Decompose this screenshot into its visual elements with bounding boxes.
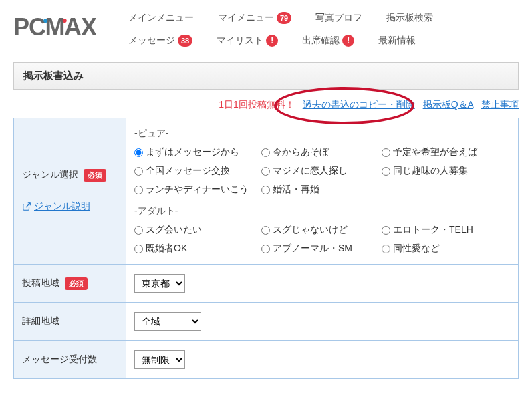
nav-label: 最新情報 (378, 35, 416, 47)
badge-count: 79 (277, 12, 291, 24)
region-select[interactable]: 東京都 (134, 274, 185, 293)
radio-adult-1[interactable]: スグじゃないけど (261, 224, 382, 236)
radio-input[interactable] (382, 245, 390, 253)
copy-delete-link[interactable]: 過去の書込のコピー・削除 (303, 99, 415, 110)
page-title: 掲示板書込み (13, 62, 519, 90)
genre-label: ジャンル選択 (22, 169, 78, 180)
radio-input[interactable] (261, 245, 270, 253)
badge-alert: ! (342, 35, 354, 47)
genre-options-cell: -ピュア- まずはメッセージから 今からあそぼ 予定や希望が合えば 全国メッセー… (126, 118, 519, 265)
radio-input[interactable] (382, 226, 390, 235)
board-qa-link[interactable]: 掲示板Q＆A (423, 99, 473, 110)
msg-count-select[interactable]: 無制限 (134, 350, 185, 369)
radio-pure-5[interactable]: 同じ趣味の人募集 (382, 165, 509, 177)
radio-input[interactable] (382, 167, 390, 176)
pure-header: -ピュア- (134, 128, 510, 140)
nav-attendance[interactable]: 出席確認! (290, 29, 366, 52)
radio-input[interactable] (261, 226, 270, 235)
radio-label: ランチやディナーいこう (146, 184, 249, 196)
radio-label: 今からあそぼ (273, 146, 329, 158)
logo: PC●M●AX (13, 7, 96, 41)
detail-region-select[interactable]: 全域 (134, 312, 201, 331)
svg-line-0 (26, 203, 30, 207)
radio-adult-4[interactable]: アブノーマル・SM (261, 243, 382, 255)
radio-pure-3[interactable]: 全国メッセージ交換 (134, 165, 261, 177)
radio-pure-4[interactable]: マジメに恋人探し (261, 165, 382, 177)
radio-label: 同性愛など (393, 243, 440, 255)
msg-count-label-cell: メッセージ受付数 (14, 341, 126, 379)
detail-region-label-cell: 詳細地域 (14, 303, 126, 341)
radio-input[interactable] (261, 167, 270, 176)
region-label: 投稿地域 (22, 277, 59, 288)
radio-input[interactable] (261, 186, 270, 194)
radio-pure-0[interactable]: まずはメッセージから (134, 146, 261, 158)
radio-label: 同じ趣味の人募集 (393, 165, 468, 177)
nav-label: 写真プロフ (315, 12, 362, 24)
external-link-icon (22, 202, 31, 211)
explain-text: ジャンル説明 (34, 200, 90, 213)
radio-pure-1[interactable]: 今からあそぼ (261, 146, 382, 158)
nav-board-search[interactable]: 掲示板検索 (374, 7, 445, 29)
radio-label: エロトーク・TELH (393, 224, 473, 236)
nav-main-menu[interactable]: メインメニュー (116, 7, 206, 29)
radio-label: スグじゃないけど (273, 224, 348, 236)
detail-region-label: 詳細地域 (22, 315, 59, 326)
msg-count-label: メッセージ受付数 (22, 354, 97, 364)
radio-adult-3[interactable]: 既婚者OK (134, 243, 261, 255)
nav-label: 出席確認 (302, 35, 340, 47)
genre-explain-link[interactable]: ジャンル説明 (22, 200, 90, 213)
radio-pure-6[interactable]: ランチやディナーいこう (134, 184, 261, 196)
radio-adult-0[interactable]: スグ会いたい (134, 224, 261, 236)
nav-label: メインメニュー (128, 12, 194, 24)
detail-region-select-cell: 全域 (126, 303, 519, 341)
radio-adult-2[interactable]: エロトーク・TELH (382, 224, 509, 236)
nav-label: 掲示板検索 (386, 12, 433, 24)
radio-label: 婚活・再婚 (273, 184, 319, 196)
radio-label: マジメに恋人探し (273, 165, 348, 177)
radio-input[interactable] (134, 245, 143, 253)
radio-input[interactable] (134, 226, 143, 235)
radio-label: スグ会いたい (146, 224, 202, 236)
badge-count: 38 (178, 35, 192, 47)
adult-header: -アダルト- (134, 205, 510, 217)
radio-label: 既婚者OK (146, 243, 187, 255)
radio-pure-2[interactable]: 予定や希望が合えば (382, 146, 509, 158)
radio-input[interactable] (134, 148, 143, 157)
radio-label: 予定や希望が合えば (393, 146, 477, 158)
nav-my-menu[interactable]: マイメニュー79 (206, 7, 303, 29)
radio-label: 全国メッセージ交換 (146, 165, 230, 177)
radio-label: まずはメッセージから (146, 146, 239, 158)
genre-label-cell: ジャンル選択 必須 ジャンル説明 (14, 118, 126, 265)
nav-label: マイメニュー (218, 12, 274, 24)
free-post-text: 1日1回投稿無料！ (219, 99, 295, 110)
required-badge: 必須 (84, 169, 106, 182)
radio-adult-5[interactable]: 同性愛など (382, 243, 509, 255)
nav-latest-info[interactable]: 最新情報 (366, 29, 428, 52)
nav-label: マイリスト (217, 35, 263, 47)
msg-count-select-cell: 無制限 (126, 341, 519, 379)
prohibited-link[interactable]: 禁止事項 (481, 99, 519, 110)
radio-input[interactable] (134, 186, 143, 194)
required-badge: 必須 (65, 277, 88, 290)
links-bar: 1日1回投稿無料！ 過去の書込のコピー・削除 掲示板Q＆A 禁止事項 (0, 96, 532, 118)
post-form-table: ジャンル選択 必須 ジャンル説明 -ピュア- まずはメッセージから 今からあそぼ… (13, 118, 519, 379)
radio-input[interactable] (134, 167, 143, 176)
radio-pure-7[interactable]: 婚活・再婚 (261, 184, 382, 196)
nav-label: メッセージ (128, 35, 175, 47)
nav-my-list[interactable]: マイリスト! (205, 29, 290, 52)
radio-input[interactable] (261, 148, 270, 157)
radio-input[interactable] (382, 148, 390, 157)
region-select-cell: 東京都 (126, 265, 519, 303)
nav-message[interactable]: メッセージ38 (116, 29, 205, 52)
radio-label: アブノーマル・SM (273, 243, 352, 255)
main-nav: メインメニュー マイメニュー79 写真プロフ 掲示板検索 メッセージ38 マイリ… (116, 7, 519, 52)
region-label-cell: 投稿地域 必須 (14, 265, 126, 303)
nav-photo-profile[interactable]: 写真プロフ (303, 7, 374, 29)
badge-alert: ! (266, 35, 278, 47)
